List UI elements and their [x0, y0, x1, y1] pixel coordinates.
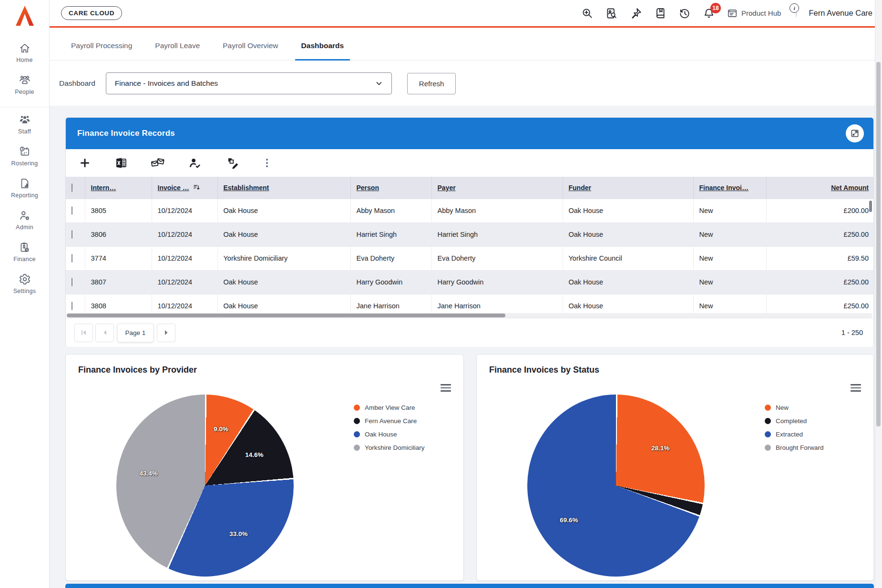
legend-item[interactable]: Completed: [765, 417, 824, 425]
care-cloud-badge[interactable]: CARE CLOUD: [61, 6, 122, 20]
history-icon[interactable]: [678, 7, 691, 20]
expand-panel-button[interactable]: [846, 124, 864, 142]
legend-label: Amber View Care: [365, 404, 415, 411]
legend-item[interactable]: Yorkshire Domiciliary: [354, 444, 425, 451]
sidebar-item-finance[interactable]: Finance: [0, 241, 49, 268]
pin-icon[interactable]: [630, 7, 642, 20]
cell-establishment: Oak House: [217, 223, 350, 246]
dashboard-select-value: Finance - Invoices and Batches: [115, 79, 218, 88]
reporting-document-icon: [19, 177, 31, 190]
legend-item[interactable]: Extracted: [765, 431, 824, 438]
sort-descending-icon[interactable]: [193, 184, 200, 191]
provider-pie-chart[interactable]: 9.0%14.6%33.0%43.4%: [116, 395, 294, 577]
legend-swatch: [354, 405, 360, 411]
legend-item[interactable]: Brought Forward: [765, 444, 824, 451]
table-row[interactable]: 3774 10/12/2024 Yorkshire Domiciliary Ev…: [66, 246, 873, 270]
column-header-payer[interactable]: Payer: [438, 184, 456, 192]
top-bar: CARE CLOUD: [50, 0, 882, 28]
tab-payroll-processing[interactable]: Payroll Processing: [69, 41, 134, 60]
row-checkbox[interactable]: [72, 230, 72, 239]
sidebar-divider: [0, 107, 49, 107]
column-header-internal-id[interactable]: Intern…: [91, 184, 116, 192]
page-scrollbar-thumb[interactable]: [876, 62, 881, 426]
refresh-button[interactable]: Refresh: [407, 73, 456, 94]
current-page-indicator[interactable]: Page 1: [117, 324, 154, 342]
sidebar-item-admin[interactable]: Admin: [0, 209, 49, 236]
column-header-funder[interactable]: Funder: [569, 184, 591, 192]
row-checkbox[interactable]: [72, 302, 72, 310]
row-checkbox[interactable]: [72, 254, 72, 263]
tab-payroll-leave[interactable]: Payroll Leave: [153, 41, 202, 60]
sidebar-item-rostering[interactable]: Rostering: [0, 145, 49, 172]
horizontal-scrollbar-thumb[interactable]: [67, 314, 505, 317]
cell-net-amount: £250.00: [766, 223, 873, 246]
cell-person: Harriet Singh: [350, 223, 431, 246]
sidebar-item-people[interactable]: People: [0, 74, 49, 101]
legend-item[interactable]: New: [765, 404, 824, 411]
sidebar-item-staff[interactable]: Staff: [0, 113, 49, 140]
add-record-icon[interactable]: [78, 156, 92, 170]
column-header-net-amount[interactable]: Net Amount: [831, 184, 869, 192]
send-invoices-icon[interactable]: [151, 156, 165, 170]
cell-net-amount: £59.50: [766, 246, 873, 270]
chevron-down-icon: [375, 80, 383, 87]
row-checkbox[interactable]: [72, 206, 72, 215]
settings-gear-icon: [19, 273, 31, 285]
grid-vertical-scrollbar[interactable]: [869, 201, 872, 212]
sidebar-item-settings[interactable]: Settings: [0, 273, 49, 300]
legend-swatch: [765, 431, 771, 437]
table-row[interactable]: 3805 10/12/2024 Oak House Abby Mason Abb…: [66, 199, 873, 223]
tab-dashboards[interactable]: Dashboards: [299, 41, 347, 60]
row-checkbox[interactable]: [72, 278, 72, 286]
column-header-invoice-date[interactable]: Invoice …: [158, 184, 189, 192]
select-all-checkbox[interactable]: [72, 183, 72, 192]
app-root: Home People: [0, 0, 882, 588]
table-row[interactable]: 3807 10/12/2024 Oak House Harry Goodwin …: [66, 270, 873, 294]
panel-header: Finance Invoice Records: [66, 118, 873, 149]
cell-invoice-date: 10/12/2024: [152, 270, 217, 294]
home-icon: [19, 42, 31, 54]
admin-person-gear-icon: [19, 209, 31, 222]
sidebar-item-label: Rostering: [11, 160, 38, 167]
chart-title: Finance Invoices by Provider: [78, 365, 197, 375]
rostering-calendar-icon: [19, 145, 31, 158]
panel-title: Finance Invoice Records: [77, 129, 175, 138]
app-logo-icon[interactable]: [13, 4, 36, 28]
bookmark-icon[interactable]: [654, 7, 667, 20]
legend-item[interactable]: Amber View Care: [354, 404, 425, 411]
previous-page-button[interactable]: [95, 324, 114, 342]
notifications-bell-icon[interactable]: 18: [703, 7, 715, 20]
table-row[interactable]: 3806 10/12/2024 Oak House Harriet Singh …: [66, 223, 873, 246]
legend-item[interactable]: Oak House: [354, 431, 425, 438]
legend-item[interactable]: Fern Avenue Care: [354, 417, 425, 425]
next-page-button[interactable]: [157, 324, 175, 342]
status-pie-chart[interactable]: 28.1%69.6%: [527, 395, 705, 577]
cell-funder: Oak House: [563, 270, 693, 294]
page-scrollbar: [875, 0, 882, 588]
chart-legend: Amber View Care Fern Avenue Care Oak Hou…: [354, 404, 425, 451]
more-options-icon[interactable]: [262, 156, 272, 170]
bulk-edit-icon[interactable]: [225, 156, 239, 170]
product-hub-link[interactable]: Product Hub: [727, 8, 781, 19]
sidebar-item-reporting[interactable]: Reporting: [0, 177, 49, 204]
record-search-icon[interactable]: [605, 7, 618, 20]
info-icon[interactable]: i: [790, 3, 799, 13]
tab-payroll-overview[interactable]: Payroll Overview: [220, 41, 280, 60]
pie-slice-label: 69.6%: [560, 516, 578, 523]
column-header-finance-invoice-status[interactable]: Finance Invoi…: [699, 184, 749, 192]
sidebar-item-home[interactable]: Home: [0, 42, 49, 69]
chart-menu-icon[interactable]: [441, 384, 451, 394]
zoom-in-icon[interactable]: [581, 7, 594, 20]
dashboard-select[interactable]: Finance - Invoices and Batches: [106, 72, 392, 94]
chart-menu-icon[interactable]: [851, 384, 861, 394]
export-excel-icon[interactable]: [114, 156, 128, 170]
user-avatar[interactable]: i: [796, 9, 797, 18]
person-check-icon[interactable]: [188, 156, 202, 170]
column-header-establishment[interactable]: Establishment: [224, 184, 269, 192]
column-header-person[interactable]: Person: [357, 184, 379, 192]
first-page-button[interactable]: [74, 324, 93, 342]
cell-internal-id: 3806: [85, 223, 152, 246]
pie-slice-label: 9.0%: [214, 425, 228, 432]
pie-slice-label: 43.4%: [140, 470, 158, 477]
cell-status: New: [693, 270, 766, 294]
